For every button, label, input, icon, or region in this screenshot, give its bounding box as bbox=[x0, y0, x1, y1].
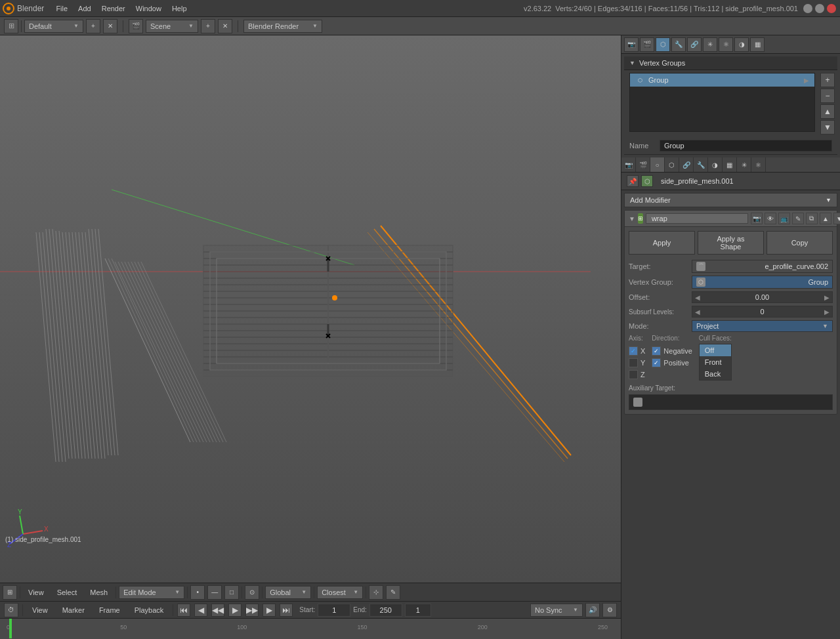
apply-as-shape-btn[interactable]: Apply as Shape bbox=[698, 231, 764, 255]
copy-btn[interactable]: Copy bbox=[766, 231, 833, 255]
constraints-icon[interactable]: 🔗 bbox=[687, 37, 702, 52]
sub-tab-material[interactable]: ◑ bbox=[708, 157, 723, 172]
cull-off-option[interactable]: Off bbox=[700, 344, 731, 356]
particles-icon[interactable]: ✳ bbox=[703, 37, 717, 52]
apply-btn[interactable]: Apply bbox=[629, 231, 695, 255]
cull-back-option[interactable]: Back bbox=[700, 368, 731, 380]
current-frame-input[interactable] bbox=[405, 604, 431, 617]
modifier-down-icon[interactable]: ▼ bbox=[833, 213, 840, 224]
view-menu[interactable]: View bbox=[23, 585, 49, 600]
name-input[interactable] bbox=[660, 140, 832, 152]
modifier-up-icon[interactable]: ▲ bbox=[820, 213, 831, 224]
start-frame-input[interactable] bbox=[318, 604, 350, 617]
sub-tab-texture[interactable]: ▦ bbox=[723, 157, 737, 172]
jump-end-btn[interactable]: ⏭ bbox=[280, 604, 293, 617]
audio-icon[interactable]: 🔊 bbox=[585, 603, 600, 617]
face-select-icon[interactable]: □ bbox=[224, 585, 239, 600]
view3d-icon[interactable]: ⊞ bbox=[4, 19, 18, 33]
add-vertex-group-btn[interactable]: + bbox=[820, 73, 835, 87]
subsurf-right-arrow[interactable]: ▶ bbox=[822, 307, 832, 317]
cull-front-option[interactable]: Front bbox=[700, 356, 731, 368]
scene-dropdown[interactable]: Scene bbox=[146, 20, 198, 33]
menu-window[interactable]: Window bbox=[131, 0, 167, 17]
axis-x-checkbox[interactable] bbox=[629, 346, 638, 356]
add-modifier-btn[interactable]: Add Modifier bbox=[624, 193, 837, 207]
subsurf-input[interactable] bbox=[703, 306, 822, 317]
modifier-icon[interactable]: 🔧 bbox=[671, 37, 686, 52]
axis-z-checkbox[interactable] bbox=[629, 370, 638, 379]
mesh-menu[interactable]: Mesh bbox=[85, 585, 113, 600]
vertex-select-icon[interactable]: • bbox=[190, 585, 205, 600]
mode-select[interactable]: Project bbox=[692, 320, 833, 332]
menu-add[interactable]: Add bbox=[73, 0, 96, 17]
layout-add-btn[interactable]: + bbox=[86, 19, 100, 33]
vertex-group-select[interactable]: ⬡ Group bbox=[692, 276, 833, 289]
texture-icon[interactable]: ▦ bbox=[750, 37, 765, 52]
mode-dropdown[interactable]: Edit Mode bbox=[119, 586, 184, 599]
play-reverse-btn[interactable]: ◀◀ bbox=[211, 604, 224, 617]
layout-close-btn[interactable]: ✕ bbox=[103, 19, 117, 33]
modifier-camera-icon[interactable]: 📷 bbox=[751, 213, 763, 224]
vg-down-btn[interactable]: ▼ bbox=[820, 120, 835, 134]
offset-field[interactable]: ◀ ▶ bbox=[692, 291, 833, 303]
render-icon[interactable]: 📷 bbox=[624, 37, 639, 52]
sub-tab-constraints[interactable]: 🔗 bbox=[679, 157, 694, 172]
timeline-settings-icon[interactable]: ⚙ bbox=[602, 603, 617, 617]
minimize-btn[interactable] bbox=[803, 4, 812, 13]
timeline-view-menu[interactable]: View bbox=[27, 603, 53, 617]
play-forward-btn[interactable]: ▶▶ bbox=[245, 604, 259, 617]
offset-right-arrow[interactable]: ▶ bbox=[822, 293, 832, 302]
renderer-dropdown[interactable]: Blender Render bbox=[243, 20, 322, 33]
timeline-ruler[interactable]: 0 50 100 150 200 250 bbox=[0, 619, 621, 638]
next-frame-btn[interactable]: ▶ bbox=[262, 604, 276, 617]
direction-negative-checkbox[interactable] bbox=[652, 346, 661, 356]
timeline-icon[interactable]: ⏱ bbox=[4, 603, 18, 617]
sync-dropdown[interactable]: No Sync bbox=[530, 604, 583, 617]
scene-close-btn[interactable]: ✕ bbox=[218, 19, 232, 33]
subsurf-left-arrow[interactable]: ◀ bbox=[692, 307, 703, 317]
modifier-eye-icon[interactable]: 👁 bbox=[765, 213, 776, 224]
physics-icon[interactable]: ⚛ bbox=[719, 37, 733, 52]
remove-vertex-group-btn[interactable]: − bbox=[820, 89, 835, 103]
axis-y-checkbox[interactable] bbox=[629, 358, 638, 367]
timeline-marker-menu[interactable]: Marker bbox=[57, 603, 90, 617]
play-btn[interactable]: ▶ bbox=[228, 604, 242, 617]
object-data-icon[interactable]: ⬡ bbox=[656, 37, 670, 52]
menu-file[interactable]: File bbox=[51, 0, 73, 17]
sub-tab-data[interactable]: ⬡ bbox=[665, 157, 679, 172]
viewport-icon[interactable]: ⊞ bbox=[3, 585, 17, 600]
target-value-field[interactable]: ⌒ e_profile_curve.002 bbox=[692, 260, 833, 273]
mirror-icon[interactable]: ⊹ bbox=[369, 585, 383, 600]
vertex-group-item-group[interactable]: ⬡ Group ▶ bbox=[630, 73, 814, 87]
pin-icon[interactable]: 📌 bbox=[627, 175, 639, 187]
maximize-btn[interactable] bbox=[815, 4, 824, 13]
snap-dropdown[interactable]: Closest bbox=[317, 586, 363, 599]
orientation-dropdown[interactable]: Global bbox=[265, 586, 311, 599]
select-menu[interactable]: Select bbox=[52, 585, 83, 600]
menu-help[interactable]: Help bbox=[167, 0, 192, 17]
auxiliary-target-field[interactable] bbox=[629, 394, 833, 410]
sub-tab-scene[interactable]: 🎬 bbox=[636, 157, 650, 172]
modifier-edit-icon[interactable]: ✎ bbox=[792, 213, 804, 224]
sub-tab-physics[interactable]: ⚛ bbox=[751, 157, 766, 172]
modifier-cage-icon[interactable]: ⧉ bbox=[806, 213, 818, 224]
playback-menu[interactable]: Playback bbox=[129, 603, 169, 617]
subsurf-field[interactable]: ◀ ▶ bbox=[692, 306, 833, 318]
vertex-groups-header[interactable]: Vertex Groups bbox=[624, 56, 837, 70]
modifier-render-icon[interactable]: 📺 bbox=[778, 213, 790, 224]
direction-positive-checkbox[interactable] bbox=[652, 358, 661, 367]
layout-dropdown[interactable]: Default bbox=[24, 20, 83, 33]
modifier-collapse-icon[interactable]: ▼ bbox=[629, 215, 635, 222]
shading-icon[interactable]: ◑ bbox=[734, 37, 749, 52]
modifier-name-input[interactable] bbox=[646, 213, 748, 224]
sub-tab-object[interactable]: ○ bbox=[650, 157, 665, 172]
offset-input[interactable] bbox=[703, 292, 822, 302]
grease-pencil-icon[interactable]: ✎ bbox=[386, 585, 400, 600]
scene-settings-icon[interactable]: 🎬 bbox=[640, 37, 654, 52]
offset-left-arrow[interactable]: ◀ bbox=[692, 293, 703, 302]
timeline-frame-menu[interactable]: Frame bbox=[94, 603, 125, 617]
sub-tab-particles[interactable]: ✳ bbox=[737, 157, 751, 172]
sub-tab-modifier[interactable]: 🔧 bbox=[694, 157, 708, 172]
menu-render[interactable]: Render bbox=[96, 0, 131, 17]
close-btn[interactable] bbox=[827, 4, 836, 13]
